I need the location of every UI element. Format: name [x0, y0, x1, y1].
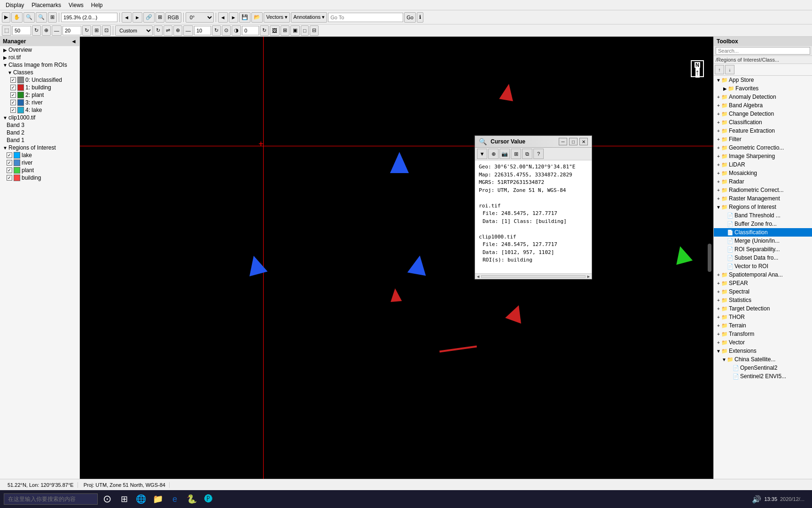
statistics-expand[interactable]: + — [716, 298, 721, 303]
stretch-input[interactable] — [242, 26, 259, 35]
tool-s17[interactable]: ▣ — [290, 25, 300, 36]
dialog-scrollbar-h[interactable]: ◄ ► — [475, 273, 592, 279]
filter-expand[interactable]: + — [716, 137, 721, 142]
taskbar-ie[interactable]: e — [167, 492, 182, 507]
tool-zoom-out[interactable]: 🔍 — [36, 12, 47, 23]
toolbox-thor[interactable]: + 📁 THOR — [714, 313, 812, 321]
toolbox-spectral[interactable]: + 📁 Spectral — [714, 287, 812, 296]
taskbar-search[interactable] — [4, 493, 98, 505]
taskbar-python[interactable]: 🐍 — [184, 492, 199, 507]
toolbox-roi-separability[interactable]: 📄 ROI Separability... — [714, 245, 812, 254]
custom-select[interactable]: Custom — [115, 25, 153, 36]
app-store-parent-expand[interactable]: ▼ — [716, 78, 721, 83]
toolbox-subset-data[interactable]: 📄 Subset Data fro... — [714, 254, 812, 262]
tree-clip1000[interactable]: ▼ clip1000.tif — [0, 114, 79, 121]
dialog-tool-grid[interactable]: ⊞ — [511, 149, 521, 159]
terrain-expand[interactable]: + — [716, 323, 721, 328]
tree-class-unclassified[interactable]: ✓ 0: Unclassified — [0, 76, 79, 84]
toolbox-spear[interactable]: + 📁 SPEAR — [714, 279, 812, 287]
tool-s14[interactable]: ↻ — [260, 25, 269, 36]
tool-next[interactable]: ► — [133, 12, 142, 23]
nav-back[interactable]: ◄ — [218, 12, 228, 23]
toolbox-image-sharpening[interactable]: + 📁 Image Sharpening — [714, 152, 812, 160]
target-detection-expand[interactable]: + — [716, 306, 721, 311]
tool-refresh[interactable]: ↻ — [32, 25, 41, 36]
tree-class-plant[interactable]: ✓ 2: plant — [0, 91, 79, 99]
vectors-btn[interactable]: Vectors ▾ — [264, 12, 290, 23]
mosaicking-expand[interactable]: + — [716, 171, 721, 176]
taskbar-start[interactable]: ⊙ — [100, 492, 115, 507]
change-detection-expand[interactable]: + — [716, 111, 721, 117]
toolbox-mosaicking[interactable]: + 📁 Mosaicking — [714, 169, 812, 177]
tree-roi-tif[interactable]: ▶ roi.tif — [0, 54, 79, 61]
goto-btn[interactable]: Go — [404, 12, 416, 23]
tool-grid[interactable]: ⊞ — [156, 12, 164, 23]
tool-pan[interactable]: ✋ — [11, 12, 23, 23]
taskbar-taskview[interactable]: ⊞ — [117, 492, 132, 507]
menu-views[interactable]: Views — [65, 1, 87, 9]
roi-tif-expand[interactable]: ▶ — [2, 54, 8, 61]
tool-s16[interactable]: ⊞ — [281, 25, 289, 36]
tool-s18[interactable]: □ — [301, 25, 309, 36]
rotation-select[interactable]: 0° — [186, 12, 214, 23]
roi-river-check[interactable]: ✓ — [7, 160, 12, 166]
nav-forward[interactable]: ► — [229, 12, 239, 23]
tree-overview[interactable]: ▶ Overview — [0, 46, 79, 54]
map-area[interactable]: + N ↑ 🔍 Cursor Value ─ □ ✕ — [80, 37, 713, 479]
dialog-tool-copy[interactable]: ⧉ — [522, 149, 532, 159]
menu-placemarks[interactable]: Placemarks — [28, 1, 65, 9]
val-50[interactable] — [12, 26, 31, 35]
class-river-check[interactable]: ✓ — [10, 100, 16, 105]
info-btn[interactable]: ℹ — [417, 12, 423, 23]
tree-roi-building[interactable]: ✓ building — [0, 174, 79, 182]
tree-roi-plant[interactable]: ✓ plant — [0, 167, 79, 174]
band-algebra-expand[interactable]: + — [716, 103, 721, 108]
toolbox-geometric[interactable]: + 📁 Geometric Correctio... — [714, 143, 812, 152]
raster-mgmt-expand[interactable]: + — [716, 196, 721, 201]
toolbox-up[interactable]: ↑ — [715, 65, 724, 74]
goto-input[interactable] — [328, 13, 403, 22]
geometric-expand[interactable]: + — [716, 145, 721, 151]
tree-roi-river[interactable]: ✓ river — [0, 159, 79, 167]
toolbox-band-algebra[interactable]: + 📁 Band Algebra — [714, 101, 812, 110]
class-lake-check[interactable]: ✓ — [10, 107, 16, 113]
toolbox-change-detection[interactable]: + 📁 Change Detection — [714, 110, 812, 118]
toolbox-feature-extraction[interactable]: + 📁 Feature Extraction — [714, 127, 812, 135]
toolbox-raster-mgmt[interactable]: + 📁 Raster Management — [714, 194, 812, 203]
tree-class-image[interactable]: ▼ Class Image from ROIs — [0, 61, 79, 69]
toolbox-radiometric[interactable]: + 📁 Radiometric Correct... — [714, 186, 812, 194]
taskbar-pycharm[interactable]: 🅟 — [201, 492, 216, 507]
toolbox-china-satellite[interactable]: ▼ 📁 China Satellite... — [714, 355, 812, 364]
toolbox-vector[interactable]: + 📁 Vector — [714, 338, 812, 347]
roi-group-expand[interactable]: ▼ — [2, 144, 8, 151]
roi-plant-check[interactable]: ✓ — [7, 167, 12, 173]
spear-expand[interactable]: + — [716, 281, 721, 286]
tree-class-river[interactable]: ✓ 3: river — [0, 99, 79, 106]
toolbox-terrain[interactable]: + 📁 Terrain — [714, 321, 812, 330]
tool-s11[interactable]: ↻ — [212, 25, 221, 36]
tool-s6[interactable]: ⊡ — [102, 25, 111, 36]
taskbar-chrome[interactable]: 🌐 — [133, 492, 148, 507]
radar-expand[interactable]: + — [716, 179, 721, 184]
nav-open[interactable]: 📂 — [251, 12, 263, 23]
roi-group-toolbox-expand[interactable]: ▼ — [716, 205, 721, 210]
tool-s1[interactable]: ⬚ — [2, 25, 11, 36]
tool-zoom-extent[interactable]: ⊞ — [48, 12, 57, 23]
toolbox-favorites[interactable]: ▶ 📁 Favorites — [714, 84, 812, 93]
favorites-expand[interactable]: ▶ — [722, 86, 728, 91]
menu-display[interactable]: Display — [2, 1, 28, 9]
tool-s5[interactable]: ⊞ — [92, 25, 101, 36]
toolbox-transform[interactable]: + 📁 Transform — [714, 330, 812, 338]
toolbox-spatiotemporal[interactable]: + 📁 Spatiotemporal Ana... — [714, 270, 812, 279]
feature-extraction-expand[interactable]: + — [716, 128, 721, 134]
taskbar-volume-icon[interactable]: 🔊 — [752, 495, 761, 504]
tool-s2[interactable]: ⊕ — [42, 25, 51, 36]
toolbox-buffer-zone[interactable]: 📄 Buffer Zone fro... — [714, 220, 812, 228]
band-input[interactable] — [194, 26, 211, 35]
tool-s13[interactable]: ◑ — [232, 25, 241, 36]
class-building-check[interactable]: ✓ — [10, 85, 16, 90]
class-image-expand[interactable]: ▼ — [2, 62, 8, 68]
toolbox-down[interactable]: ↓ — [725, 65, 734, 74]
toolbox-sentinel2[interactable]: 📄 Sentinel2 ENVI5... — [714, 372, 812, 381]
toolbox-search-input[interactable] — [716, 47, 810, 55]
